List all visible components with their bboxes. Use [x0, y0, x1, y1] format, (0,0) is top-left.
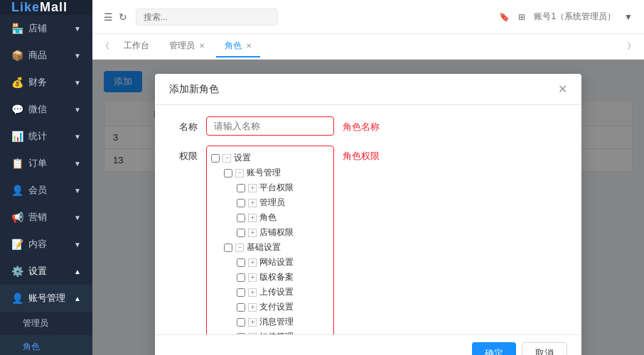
tab-label: 角色	[225, 40, 242, 52]
checkbox-basic-settings[interactable]	[224, 244, 232, 252]
checkbox-platform-perm[interactable]	[237, 184, 245, 192]
tab-admin[interactable]: 管理员 ✕	[161, 36, 213, 58]
checkbox-message[interactable]	[237, 318, 245, 327]
cancel-button[interactable]: 取消	[522, 342, 567, 355]
tab-chevron-right[interactable]: 》	[624, 38, 638, 55]
sidebar-item-finance[interactable]: 💰 财务 ▼	[0, 69, 92, 96]
sidebar-item-settings[interactable]: ⚙️ 设置 ▲	[0, 258, 92, 285]
chevron-down-icon[interactable]: ▼	[624, 12, 633, 22]
checkbox-role[interactable]	[237, 214, 245, 222]
tab-chevron-left[interactable]: 《	[98, 38, 112, 55]
sidebar-item-account[interactable]: 👤 账号管理 ▲	[0, 285, 92, 312]
tree-label: 店铺权限	[259, 226, 294, 239]
expander-payment[interactable]: ＋	[248, 303, 257, 312]
product-icon: 📦	[11, 50, 23, 61]
order-icon: 📋	[11, 158, 23, 169]
chevron-down-icon: ▼	[74, 52, 81, 60]
modal-close-button[interactable]: ✕	[558, 82, 567, 96]
checkbox-shop-perm[interactable]	[237, 229, 245, 237]
logo-text: LikeMall	[11, 0, 68, 15]
sidebar-item-order[interactable]: 📋 订单 ▼	[0, 150, 92, 177]
expander-basic-settings[interactable]: －	[235, 244, 244, 252]
role-name-input[interactable]	[206, 116, 334, 136]
expander-shop-perm[interactable]: ＋	[248, 229, 257, 237]
checkbox-payment[interactable]	[237, 303, 245, 312]
checkbox-upload[interactable]	[237, 288, 245, 297]
sidebar-item-role[interactable]: 角色	[0, 335, 92, 355]
tree-item-account-mgmt: － 账号管理	[224, 165, 329, 180]
expander-upload[interactable]: ＋	[248, 288, 257, 297]
tree-label: 平台权限	[259, 182, 294, 194]
checkbox-settings[interactable]	[211, 154, 220, 163]
name-control-wrap: 角色名称	[206, 116, 567, 136]
expander-account-mgmt[interactable]: －	[235, 169, 244, 178]
sidebar-item-label: 会员	[28, 184, 47, 197]
grid-icon[interactable]: ⊞	[518, 12, 525, 22]
sidebar-item-content[interactable]: 📝 内容 ▼	[0, 231, 92, 258]
tree-label-account-mgmt: 账号管理	[247, 167, 281, 179]
checkbox-copyright[interactable]	[237, 273, 245, 282]
stats-icon: 📊	[11, 131, 23, 142]
account-icon: 👤	[11, 293, 23, 304]
tree-item-message: ＋ 消息管理	[237, 315, 329, 329]
checkbox-manager[interactable]	[237, 199, 245, 207]
sidebar-item-label: 订单	[28, 157, 47, 170]
menu-icon[interactable]: ☰	[104, 11, 113, 23]
expander-message[interactable]: ＋	[248, 318, 257, 327]
sidebar-item-product[interactable]: 📦 商品 ▼	[0, 42, 92, 69]
sidebar-item-label: 内容	[28, 238, 47, 251]
name-label: 名称	[169, 116, 198, 133]
expander-platform-perm[interactable]: ＋	[248, 184, 257, 192]
expander-manager[interactable]: ＋	[248, 199, 257, 207]
sidebar-item-label: 微信	[28, 103, 47, 116]
perm-hint: 角色权限	[343, 146, 380, 163]
expander-copyright[interactable]: ＋	[248, 273, 257, 282]
perm-label: 权限	[169, 146, 198, 163]
expander-role[interactable]: ＋	[248, 214, 257, 222]
tab-workbench[interactable]: 工作台	[115, 36, 158, 58]
modal-header: 添加新角色 ✕	[155, 74, 581, 105]
chevron-down-icon: ▼	[74, 25, 81, 33]
permissions-tree[interactable]: － 设置 － 账号管理	[206, 146, 334, 334]
chevron-down-icon: ▼	[74, 79, 81, 87]
tree-children-basic-settings: ＋ 网站设置 ＋ 版权备案	[237, 255, 329, 334]
tree-item-payment: ＋ 支付设置	[237, 300, 329, 315]
tab-close-icon[interactable]: ✕	[199, 42, 205, 50]
refresh-icon[interactable]: ↻	[119, 11, 127, 23]
chevron-up-icon: ▲	[74, 268, 81, 275]
checkbox-account-mgmt[interactable]	[224, 169, 232, 178]
tab-role[interactable]: 角色 ✕	[216, 36, 260, 58]
tree-item-role: ＋ 角色	[237, 210, 329, 225]
expander-website[interactable]: ＋	[248, 258, 257, 267]
topbar-right: 🔖 ⊞ 账号1（系统管理员） ▼	[499, 11, 633, 23]
modal-body: 名称 角色名称 权限	[155, 105, 581, 334]
search-input[interactable]	[136, 9, 278, 26]
checkbox-website[interactable]	[237, 258, 245, 267]
member-icon: 👤	[11, 185, 23, 196]
tree-label: 管理员	[259, 197, 285, 209]
sidebar-item-label: 营销	[28, 211, 47, 224]
sidebar-item-member[interactable]: 👤 会员 ▼	[0, 177, 92, 204]
tree-item-basic-settings: － 基础设置	[224, 240, 329, 255]
sidebar-logo: LikeMall	[0, 0, 92, 15]
tree-label: 上传设置	[259, 286, 294, 298]
tabs-bar: 《 工作台 管理员 ✕ 角色 ✕ 》	[92, 34, 644, 60]
confirm-button[interactable]: 确定	[472, 342, 516, 355]
sidebar-item-wechat[interactable]: 💬 微信 ▼	[0, 96, 92, 123]
tree-item-settings: － 设置	[211, 151, 329, 165]
tab-close-icon[interactable]: ✕	[246, 42, 252, 50]
sidebar-item-stats[interactable]: 📊 统计 ▼	[0, 123, 92, 150]
tree-label: 支付设置	[259, 301, 294, 313]
sidebar-item-admin[interactable]: 管理员	[0, 312, 92, 335]
chevron-down-icon: ▼	[74, 187, 81, 195]
tree-children-settings: － 账号管理 ＋ 平台权限	[224, 165, 329, 334]
expander-settings[interactable]: －	[222, 154, 231, 163]
sidebar-item-marketing[interactable]: 📢 营销 ▼	[0, 204, 92, 231]
sidebar-item-label: 统计	[28, 130, 47, 143]
finance-icon: 💰	[11, 77, 23, 88]
main-area: ☰ ↻ 🔖 ⊞ 账号1（系统管理员） ▼ 《 工作台 管理员 ✕ 角色 ✕ 》 …	[92, 0, 644, 355]
chevron-down-icon: ▼	[74, 214, 81, 222]
sidebar-item-shop[interactable]: 🏪 店铺 ▼	[0, 15, 92, 42]
bookmark-icon[interactable]: 🔖	[499, 12, 510, 22]
tree-label: 网站设置	[259, 256, 294, 268]
